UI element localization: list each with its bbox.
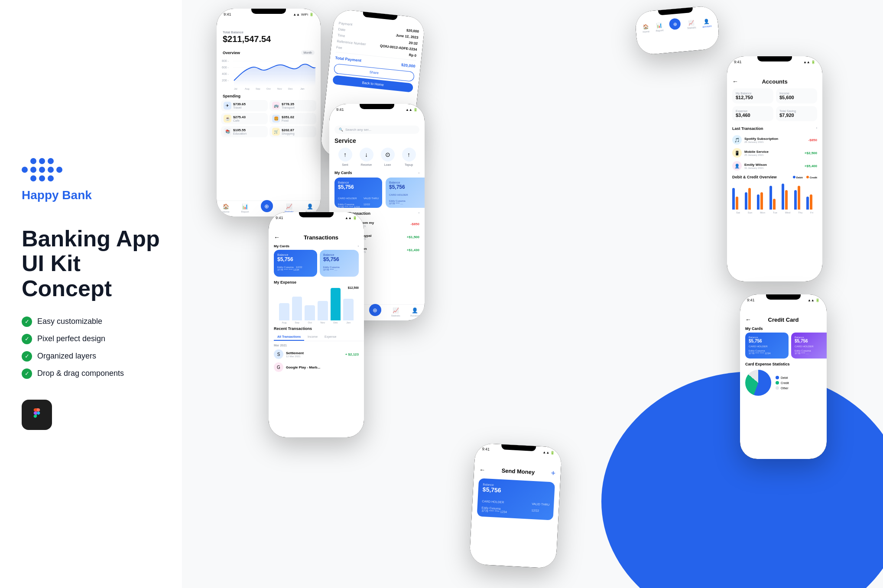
service-receive[interactable]: ↓ Receive [360,148,373,166]
card-primary[interactable]: Balance $5,756 CARD HOLDER Eddy Cusuma V… [334,178,382,208]
service-loan[interactable]: ⊙ Loan [381,148,395,166]
svg-text:Oct: Oct [266,87,271,90]
left-panel: Happy Bank Banking App UI Kit Concept ✓ … [0,0,182,588]
acc-nav-center[interactable]: ⊕ [669,18,681,31]
acc-nav-row: 🏠 Home 📊 Report ⊕ 📈 Statistic [639,15,715,34]
acc-nav-report[interactable]: 📊 Report [655,23,664,32]
education-icon: 📚 [224,128,231,136]
svg-text:200 -: 200 - [222,79,229,82]
back-button[interactable]: ← [745,316,751,323]
credit-card-header: ← Credit Card [740,304,827,326]
stat-balance: My Balance $12,750 [732,88,773,103]
receive-icon: ↓ [360,148,373,162]
last-tx-label: Last Transaction [732,126,763,131]
acc-nav-home[interactable]: 🏠 Home [642,24,650,33]
stat-expense: Expense $3,460 [732,106,773,121]
phone-credit-screen: 9:41 ▲▲ 🔋 ← Credit Card My Cards Balance… [740,294,827,459]
phone-transactions-screen: 9:41 ▲▲ 🔋 ← Transactions My Cards › Bala… [269,212,364,437]
spend-education: 📚 $105.55 Education [221,126,268,137]
sent-icon: ↑ [338,148,352,162]
right-panel: 9:41 ▲▲ WiFi 🔋 Total Balance $211,547.54… [182,0,883,588]
spend-cafe: ☕ $275.43 Cafe [221,113,268,124]
tx-my-cards-header: My Cards › [269,242,364,250]
tab-all[interactable]: All Transactions [274,333,304,341]
tx-google-play: G Google Play - Marb... [269,361,364,374]
notch [766,294,801,300]
nav-home[interactable]: 🏠 Home [223,204,230,213]
food-icon: 🍔 [272,115,280,123]
chart-x-labels: Sat Sun Mon Tue Wed Thu Fri [727,211,822,214]
total-label: Total Balance [223,30,315,34]
tx-card-primary[interactable]: Balance $5,756 Eddy Cusuma 12/22 3778 **… [274,250,317,277]
acc-tx-mobile: 📱 Mobile Service 25 January 2021 +$2,500 [727,146,822,159]
expense-chart: Aug Sep Oct Nov [274,289,359,324]
nav-account[interactable]: 👤 Account [305,204,315,213]
dot [48,175,54,181]
svg-text:800 -: 800 - [222,59,229,62]
tab-income[interactable]: Income [304,333,321,341]
back-button[interactable]: ← [274,234,280,241]
send-card: Balance $5,756 CARD HOLDER Eddy Cusuma V… [477,478,555,520]
services-icons-row: ↑ Sent ↓ Receive ⊙ Loan ↑ Topup [329,148,425,171]
overview-label: Overview [223,51,240,55]
notch [251,9,286,14]
svg-text:600 -: 600 - [222,66,229,69]
bar-credit-sat [736,197,738,210]
card-secondary[interactable]: Balance $5,756 CARD HOLDER Eddy Cusuma 3… [386,178,425,208]
feature-item: ✓ Pixel perfect design [22,334,160,344]
see-all-tx[interactable]: › [419,211,419,216]
acc-nav-statistic[interactable]: 📈 Statistic [686,19,696,29]
month-button[interactable]: Month [301,50,315,55]
recent-tx-title: Recent Transactions [269,324,364,331]
svg-text:Aug: Aug [245,87,250,90]
dot [48,158,54,164]
figma-icon [30,406,44,424]
see-all-button[interactable]: › [419,171,419,174]
add-button[interactable]: + [551,468,556,478]
check-icon: ✓ [22,351,32,362]
tx-settlement: S Settlement 12 Mar 2021 + $2,123 [269,348,364,361]
phone-dashboard-screen: 9:41 ▲▲ WiFi 🔋 Total Balance $211,547.54… [217,9,321,216]
cc-card-blue[interactable]: Balance $5,756 CARD HOLDER Eddy Cusuma 3… [745,333,789,359]
nav-center-icon[interactable]: ⊕ [261,200,273,212]
notch [360,104,394,109]
dot [30,167,36,173]
nav-report[interactable]: 📊 Report [241,204,249,213]
tab-expense[interactable]: Expense [321,333,340,341]
nav-account[interactable]: 👤 Account [410,307,420,317]
transport-icon: 🚌 [272,102,280,110]
phone-send-screen: 9:41 ▲▲ 🔋 ← Send Money + Balance $5,756 … [469,443,562,569]
back-button[interactable]: ← [479,466,486,473]
cc-cards-row: Balance $5,756 CARD HOLDER Eddy Cusuma 3… [740,333,827,359]
transactions-header: ← Transactions [269,222,364,242]
search-bar[interactable]: 🔍 Search any ser... [334,126,419,134]
tx-card-secondary[interactable]: Balance $5,756 Eddy Cusuma 3778 **** ...… [320,250,359,277]
dot [39,158,45,164]
nav-center[interactable]: ⊕ [369,308,381,316]
phone-accounts-screen: 9:41 ▲▲ 🔋 ← Accounts My Balance $12,750 … [727,56,822,281]
phone-send: 9:41 ▲▲ 🔋 ← Send Money + Balance $5,756 … [469,443,562,569]
dot [30,175,36,181]
my-cards-row: My Cards › [329,171,425,178]
spend-travel: ✈ $739.65 Travel [221,100,268,111]
nav-statistic[interactable]: 📈 Statistic [285,204,294,213]
dot [39,175,45,181]
acc-tx-emilly: 👤 Emilly Wilson 31 January 2021 +$5,400 [727,159,822,172]
debit-credit-chart [727,181,822,211]
service-sent[interactable]: ↑ Sent [338,148,352,166]
cc-card-purple[interactable]: Balance $5,756 CARD HOLDER Eddy Cusuma 3… [791,333,827,359]
acc-nav-account[interactable]: 👤 account [702,18,712,28]
credit-title: Credit Card [755,317,812,323]
acc-tx-spotify: 🎵 Spotify Subscription 28 January 2021 -… [727,133,822,146]
send-title: Send Money [501,467,535,475]
spending-grid: ✈ $739.65 Travel 🚌 $778.35 Transport ☕ [217,100,321,137]
nav-statistic[interactable]: 📈 Statistic [391,307,400,317]
back-button[interactable]: ← [732,78,738,85]
check-icon: ✓ [22,368,32,379]
service-topup[interactable]: ↑ Topup [402,148,416,166]
acc-nav-center-icon[interactable]: ⊕ [669,18,681,30]
nav-center-icon[interactable]: ⊕ [369,304,381,316]
spend-transport: 🚌 $778.35 Transport [269,100,316,111]
nav-center[interactable]: ⊕ [261,204,273,212]
spend-food: 🍔 $351.02 Food [269,113,316,124]
